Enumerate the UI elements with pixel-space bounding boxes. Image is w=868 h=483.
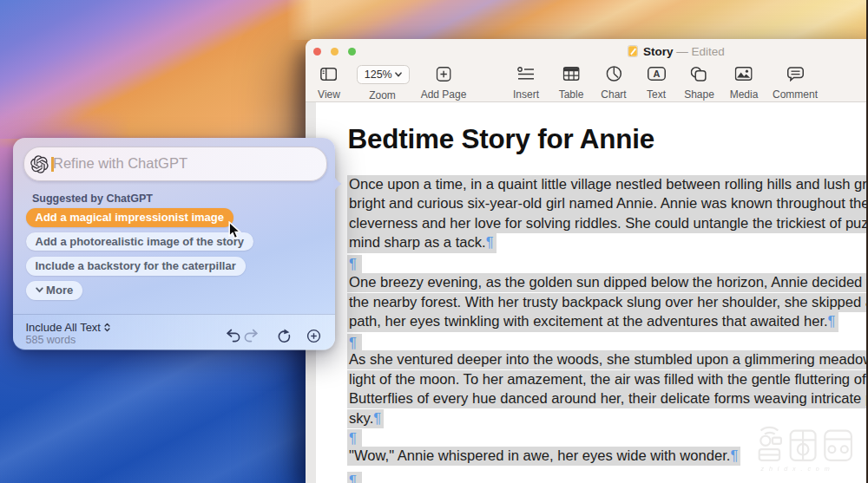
svg-text:A: A (653, 69, 660, 79)
svg-text:zhidx.com: zhidx.com (760, 465, 835, 473)
